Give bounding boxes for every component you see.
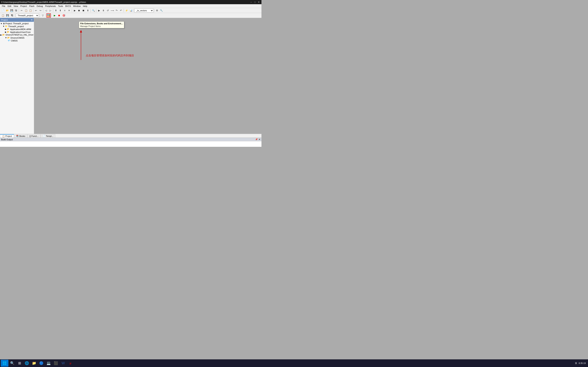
- tree-item-drivers-cmsis[interactable]: ▼ 📂 Drivers/CMSIS: [0, 36, 34, 39]
- tb-stop[interactable]: ⏹: [81, 8, 86, 13]
- toolbar1: 📄 📂 💾 🖫 ✂ 📋 📋 ↩ ↪ ◁ ▷ ⬆ ⬇ ≡ ✕ ▶ ⏺ ⏹ ⬇ 🔍 …: [0, 8, 261, 13]
- tree-item-threadx[interactable]: ▼ 📁 ThreadX_project: [0, 25, 34, 28]
- tb2-debug-target[interactable]: 🎯: [62, 13, 66, 17]
- sep4: [53, 9, 53, 12]
- tab-functions[interactable]: {} Funct...: [27, 134, 41, 138]
- menu-view[interactable]: View: [12, 5, 19, 8]
- minimize-button[interactable]: –: [250, 0, 253, 4]
- tree-item-app-user[interactable]: ▶ 📂 Application/User/Core: [0, 31, 34, 33]
- tb-run[interactable]: ▶: [97, 8, 101, 13]
- close-button[interactable]: ✕: [257, 0, 260, 4]
- tb-copy[interactable]: 📋: [24, 8, 28, 13]
- manage-project-items-button[interactable]: [46, 13, 51, 17]
- tb-cut[interactable]: ✂: [19, 8, 24, 13]
- tb-new[interactable]: 📄: [1, 8, 5, 13]
- tb-build[interactable]: ▶: [73, 8, 77, 13]
- menu-edit[interactable]: Edit: [7, 5, 12, 8]
- tab-project[interactable]: 📋 Project: [0, 134, 14, 138]
- sep5: [72, 9, 72, 12]
- tb-undo[interactable]: ↩: [34, 8, 38, 13]
- tree-label: Application/MDK-ARM: [10, 28, 31, 30]
- build-output-close[interactable]: ✕: [259, 138, 260, 141]
- tb-saveall[interactable]: 🖫: [14, 8, 18, 13]
- tb2-btn1[interactable]: 📋: [1, 13, 5, 17]
- tb-rebuild[interactable]: ⏺: [77, 8, 81, 13]
- menu-project[interactable]: Project: [19, 5, 28, 8]
- tb-bookmark-all[interactable]: ≡: [63, 8, 67, 13]
- tb-nav-back[interactable]: ◁: [44, 8, 48, 13]
- sep7: [96, 9, 96, 12]
- menu-svcs[interactable]: $VCS: [64, 5, 72, 8]
- window-controls: – □ ✕: [250, 0, 260, 4]
- project-dropdown[interactable]: ThreadX_project: [16, 14, 39, 17]
- tab-templates-label: Templ...: [46, 135, 53, 137]
- menu-peripherals[interactable]: Peripherals: [44, 5, 57, 8]
- tb-download[interactable]: ⬇: [86, 8, 90, 13]
- tree-item-app-mdk[interactable]: ▶ 📂 Application/MDK-ARM: [0, 28, 34, 31]
- sep1: [19, 9, 19, 12]
- panel-header: Project ✕: [0, 18, 34, 22]
- tab-books-icon: 📚: [16, 135, 19, 137]
- folder-icon: ▼: [5, 37, 7, 39]
- tb-step[interactable]: ⟶: [110, 8, 114, 13]
- sep2: [33, 9, 33, 12]
- build-output-content: [0, 141, 261, 147]
- tb-redo[interactable]: ↪: [38, 8, 43, 13]
- project-panel: Project ✕ ▼ 🖥 Project: ThreadX_project ▼…: [0, 18, 34, 134]
- tb-open[interactable]: 📂: [5, 8, 9, 13]
- tb-logic[interactable]: 📊: [129, 8, 133, 13]
- sep2-2: [40, 14, 40, 17]
- tree-item-drivers-hal[interactable]: ▶ 📂 Drivers/STM32F1xx_HAL_Driver: [0, 33, 34, 36]
- tree-label: Drivers/CMSIS: [10, 37, 25, 39]
- panel-close-button[interactable]: ✕: [31, 18, 33, 21]
- target-dropdown[interactable]: _tx_vectors: [134, 8, 154, 12]
- tb-trace[interactable]: ⚡: [124, 8, 129, 13]
- tb-settings[interactable]: ⚙: [155, 8, 159, 13]
- svg-rect-1: [49, 14, 50, 15]
- menu-help[interactable]: Help: [82, 5, 88, 8]
- tb2-debug-stop[interactable]: ⏹: [57, 13, 61, 17]
- sep9: [134, 9, 134, 12]
- tree-item-root[interactable]: ▼ 🖥 Project: ThreadX_project: [0, 22, 34, 25]
- menu-file[interactable]: File: [1, 5, 7, 8]
- tb-bookmark-clear[interactable]: ✕: [67, 8, 71, 13]
- svg-rect-2: [47, 16, 48, 17]
- tb-save[interactable]: 💾: [9, 8, 14, 13]
- tb2-btn2[interactable]: 💾: [5, 13, 9, 17]
- build-output-title: Build Output: [1, 138, 13, 141]
- tree-item-cmsis[interactable]: 💎 CMSIS: [0, 39, 34, 42]
- tb-stepover[interactable]: ↷: [114, 8, 119, 13]
- tb2-btn3[interactable]: 🏗: [10, 13, 14, 17]
- menu-flash[interactable]: Flash: [28, 5, 36, 8]
- tb-search[interactable]: 🔍: [91, 8, 95, 13]
- tab-books[interactable]: 📚 Books: [14, 134, 27, 138]
- tb-bookmark-prev[interactable]: ⬆: [54, 8, 58, 13]
- tab-templates-icon: 📄: [43, 135, 45, 137]
- tb-tools[interactable]: 🔧: [159, 8, 164, 13]
- toolbar2: 📋 💾 🏗 ThreadX_project ▽ ▶ ⏹ 🎯: [0, 13, 261, 18]
- folder-icon: ▶: [5, 28, 7, 30]
- tab-functions-label: Funct...: [31, 135, 38, 137]
- tb-stepout[interactable]: ↶: [119, 8, 123, 13]
- tb2-expand[interactable]: ▽: [41, 13, 45, 17]
- sep2-4: [52, 14, 52, 17]
- tb-stop2[interactable]: ⏸: [101, 8, 105, 13]
- tree-label: Project: ThreadX_project: [5, 22, 28, 25]
- tb-reset[interactable]: ↺: [106, 8, 110, 13]
- main-layout: Project ✕ ▼ 🖥 Project: ThreadX_project ▼…: [0, 18, 261, 134]
- folder-icon: ▶: [0, 34, 2, 36]
- menu-window[interactable]: Window: [72, 5, 82, 8]
- bottom-tabs: 📋 Project 📚 Books {} Funct... 📄 Templ...: [0, 134, 261, 138]
- tb-bookmark-next[interactable]: ⬇: [58, 8, 62, 13]
- tb-nav-fwd[interactable]: ▷: [48, 8, 52, 13]
- tab-templates[interactable]: 📄 Templ...: [41, 134, 55, 138]
- menu-bar: File Edit View Project Flash Debug Perip…: [0, 4, 261, 8]
- menu-tools[interactable]: Tools: [57, 5, 64, 8]
- tab-functions-icon: {}: [29, 135, 31, 137]
- tb-paste[interactable]: 📋: [28, 8, 33, 13]
- menu-debug[interactable]: Debug: [36, 5, 44, 8]
- sep8: [124, 9, 124, 12]
- maximize-button[interactable]: □: [253, 0, 257, 4]
- tb2-debug-start[interactable]: ▶: [52, 13, 57, 17]
- build-output-dock[interactable]: 📌: [255, 138, 258, 141]
